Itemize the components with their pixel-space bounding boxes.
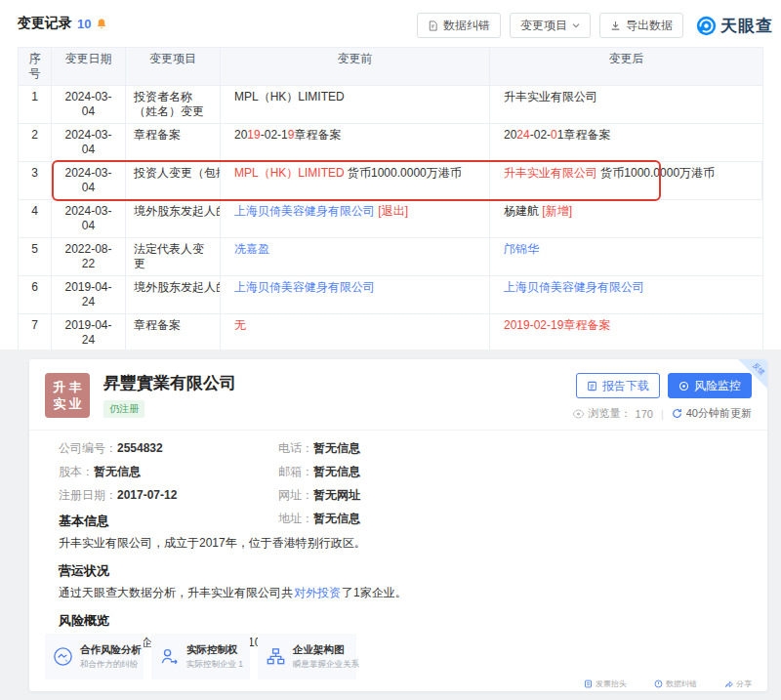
toolbar-button-3[interactable]: 导出数据 bbox=[599, 13, 683, 38]
change-date: 2024-03-04 bbox=[52, 162, 126, 199]
cell-line: 2019-02-19章程备案 bbox=[504, 318, 755, 333]
entity-link[interactable]: 上海贝倚美容健身有限公司 bbox=[234, 280, 375, 294]
footer-link[interactable]: 分享 bbox=[724, 679, 752, 689]
cell-line: 2019-02-19章程备案 bbox=[234, 128, 481, 143]
cell-text: 2019-02-19章程备案 bbox=[504, 318, 610, 332]
report-download-label: 报告下载 bbox=[602, 378, 649, 394]
row-number: 1 bbox=[19, 86, 52, 123]
toolbar: 数据纠错变更项目导出数据 天眼查 bbox=[417, 13, 773, 38]
footer-link-label: 数据纠错 bbox=[666, 679, 697, 689]
feature-subtitle: 实际控制企业 1 bbox=[186, 659, 243, 671]
entity-link[interactable]: 邝锦华 bbox=[504, 242, 539, 256]
info-value: 暂无信息 bbox=[313, 465, 360, 478]
card-footer-links: 发票抬头数据纠错分享 bbox=[584, 679, 752, 689]
cell-text: 20 bbox=[504, 128, 516, 142]
row-number: 3 bbox=[19, 162, 52, 199]
change-item: 境外股东发起人的境内 bbox=[126, 276, 221, 313]
feature-subtitle: 瞬息掌握企业关系 bbox=[293, 659, 359, 671]
change-item: 章程备案 bbox=[126, 124, 221, 161]
section-heading: 风险概览 bbox=[59, 612, 738, 630]
section-title: 变更记录 bbox=[18, 15, 72, 32]
company-logo-line2: 实业 bbox=[51, 395, 85, 412]
cell-text: -02-1 bbox=[261, 128, 288, 142]
entity-link[interactable]: 上海贝倚美容健身有限公司 bbox=[504, 280, 644, 294]
company-profile-region: 反馈 升丰 实业 昇豐實業有限公司 仍注册 报告下载 风险监控 浏览量： bbox=[0, 350, 781, 700]
cell-line: 升丰实业有限公司 bbox=[504, 90, 755, 104]
cell-text: 0 bbox=[551, 128, 557, 142]
chevron-down-icon bbox=[572, 21, 580, 29]
feature-shortcuts: 合作风险分析和合作方的纠纷实际控制权实际控制企业 1企业架构图瞬息掌握企业关系 bbox=[45, 634, 356, 679]
table-row: 12024-03-04投资者名称（姓名）变更MPL（HK）LIMITED升丰实业… bbox=[19, 86, 762, 124]
company-actions: 报告下载 风险监控 bbox=[576, 373, 752, 398]
cell-line: 2024-02-01章程备案 bbox=[504, 128, 755, 143]
feature-text: 合作风险分析和合作方的纠纷 bbox=[80, 643, 142, 671]
footer-link[interactable]: 数据纠错 bbox=[654, 679, 697, 689]
cell-text: 升丰实业有限公司 bbox=[504, 90, 597, 103]
info-value: 暂无信息 bbox=[94, 465, 141, 478]
status-badge: 仍注册 bbox=[103, 400, 144, 418]
org-chart-icon bbox=[265, 645, 287, 668]
refresh-icon[interactable] bbox=[672, 408, 682, 419]
change-before: 上海贝倚美容健身有限公司 [退出] bbox=[221, 200, 490, 237]
section-text-run: 通过天眼查大数据分析，升丰实业有限公司共 bbox=[59, 586, 293, 599]
feature-subtitle: 和合作方的纠纷 bbox=[80, 659, 142, 671]
row-number: 2 bbox=[19, 124, 52, 161]
feature-tile[interactable]: 企业架构图瞬息掌握企业关系 bbox=[258, 634, 356, 679]
company-meta: 浏览量： 170 | 40分钟前更新 bbox=[572, 406, 752, 421]
download-icon bbox=[610, 21, 621, 31]
table-row: 62019-04-24境外股东发起人的境内上海贝倚美容健身有限公司上海贝倚美容健… bbox=[19, 276, 762, 314]
cell-line: 升丰实业有限公司 货币1000.0000万港币 bbox=[504, 166, 754, 181]
company-card: 反馈 升丰 实业 昇豐實業有限公司 仍注册 报告下载 风险监控 浏览量： bbox=[29, 359, 767, 691]
column-header: 序号 bbox=[19, 48, 52, 85]
entity-link[interactable]: 上海贝倚美容健身有限公司 bbox=[234, 204, 375, 218]
toolbar-button-1[interactable]: 数据纠错 bbox=[417, 13, 501, 38]
cell-text: 货币1000.0000万港币 bbox=[345, 166, 462, 180]
cell-text: 杨建航 bbox=[504, 204, 539, 218]
change-item: 法定代表人变更 bbox=[126, 238, 221, 275]
info-row: 网址：暂无网址 bbox=[278, 483, 360, 507]
cell-text: [退出] bbox=[375, 204, 408, 218]
divider bbox=[29, 430, 767, 431]
inline-link[interactable]: 对外投资 bbox=[294, 586, 341, 599]
cell-text: MPL（HK）LIMITED bbox=[234, 166, 345, 180]
change-after: 2024-02-01章程备案 bbox=[490, 124, 762, 161]
warn-small-icon bbox=[654, 679, 663, 688]
toolbar-button-2[interactable]: 变更项目 bbox=[510, 13, 591, 38]
cell-text: 无 bbox=[234, 318, 246, 332]
feature-tile[interactable]: 合作风险分析和合作方的纠纷 bbox=[45, 634, 144, 679]
meta-separator: | bbox=[661, 408, 664, 420]
monitor-icon bbox=[678, 381, 689, 391]
change-after: 上海贝倚美容健身有限公司 bbox=[490, 276, 762, 313]
table-row: 22024-03-04章程备案2019-02-19章程备案2024-02-01章… bbox=[19, 124, 762, 162]
info-row: 电话：暂无信息 bbox=[278, 436, 360, 460]
change-date: 2019-04-24 bbox=[52, 276, 126, 313]
row-number: 7 bbox=[19, 314, 52, 351]
entity-link[interactable]: 冼嘉盈 bbox=[234, 242, 269, 256]
footer-link-label: 发票抬头 bbox=[596, 679, 627, 689]
change-before: 上海贝倚美容健身有限公司 bbox=[221, 276, 490, 313]
footer-link[interactable]: 发票抬头 bbox=[584, 679, 627, 689]
section-text-run: 升丰实业有限公司，成立于2017年，位于香港特别行政区。 bbox=[59, 536, 366, 550]
change-after: 升丰实业有限公司 货币1000.0000万港币 bbox=[490, 162, 762, 199]
cell-line: 无 bbox=[234, 318, 481, 333]
change-date: 2022-08-22 bbox=[52, 238, 126, 275]
risk-monitor-label: 风险监控 bbox=[694, 378, 741, 394]
risk-monitor-button[interactable]: 风险监控 bbox=[668, 373, 752, 398]
column-header: 变更前 bbox=[221, 48, 490, 85]
change-before: MPL（HK）LIMITED 货币1000.0000万港币 bbox=[221, 162, 490, 199]
change-item: 章程备案 bbox=[126, 314, 221, 351]
change-records-section: 变更记录 10 数据纠错变更项目导出数据 天眼查 序号变更日期变更项目变更前变更… bbox=[0, 0, 781, 350]
change-date: 2024-03-04 bbox=[52, 86, 126, 123]
section-text: 通过天眼查大数据分析，升丰实业有限公司共对外投资了1家企业。 bbox=[59, 585, 738, 600]
feature-tile[interactable]: 实际控制权实际控制企业 1 bbox=[151, 634, 250, 679]
bell-icon[interactable] bbox=[96, 18, 107, 30]
info-label: 股本： bbox=[59, 465, 94, 478]
views-value: 170 bbox=[636, 408, 653, 420]
handshake-icon bbox=[52, 645, 74, 668]
tianyancha-logo[interactable]: 天眼查 bbox=[696, 15, 773, 37]
row-number: 5 bbox=[19, 238, 52, 275]
cell-text: 货币1000.0000万港币 bbox=[597, 166, 715, 180]
person-arrow-icon bbox=[158, 645, 181, 668]
report-download-button[interactable]: 报告下载 bbox=[576, 373, 660, 398]
views-eye-icon bbox=[572, 409, 585, 419]
